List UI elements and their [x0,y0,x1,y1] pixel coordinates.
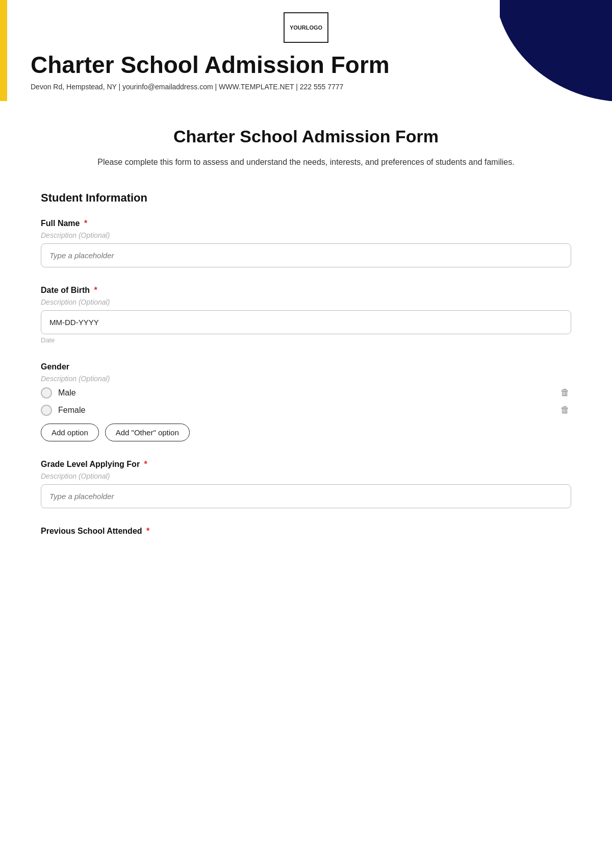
radio-option-female: Female 🗑 [41,404,571,416]
main-content: Charter School Admission Form Please com… [0,101,612,585]
add-other-option-button[interactable]: Add "Other" option [105,424,190,441]
header-corner-decoration [500,0,612,101]
required-marker-prev-school: * [146,527,149,535]
section-title-student-info: Student Information [41,191,571,205]
field-gender: Gender Description (Optional) Male 🗑 Fem… [41,362,571,441]
field-date-of-birth: Date of Birth * Description (Optional) D… [41,286,571,344]
header-corner-shape [500,0,612,101]
label-full-name: Full Name * [41,219,571,228]
add-option-row: Add option Add "Other" option [41,424,571,441]
add-option-button[interactable]: Add option [41,424,99,441]
delete-option-female[interactable]: 🗑 [559,404,571,416]
form-description: Please complete this form to assess and … [41,156,571,169]
input-date-of-birth[interactable] [41,310,571,334]
header-contact: Devon Rd, Hempstead, NY | yourinfo@email… [31,83,581,91]
required-marker-grade: * [144,460,147,468]
input-full-name[interactable] [41,243,571,267]
radio-circle-male[interactable] [41,387,52,399]
label-previous-school: Previous School Attended * [41,527,571,536]
form-main-title: Charter School Admission Form [41,127,571,146]
field-previous-school: Previous School Attended * [41,527,571,536]
description-gender: Description (Optional) [41,375,571,383]
date-sublabel: Date [41,336,571,344]
header-title: Charter School Admission Form [31,51,581,79]
header: YOUR LOGO Charter School Admission Form … [0,0,612,101]
logo: YOUR LOGO [284,12,328,43]
description-full-name: Description (Optional) [41,231,571,239]
field-full-name: Full Name * Description (Optional) [41,219,571,267]
required-marker-dob: * [94,286,97,294]
field-grade-level: Grade Level Applying For * Description (… [41,460,571,508]
header-left-bar [0,0,7,101]
required-marker-full-name: * [84,219,87,228]
input-grade-level[interactable] [41,484,571,508]
radio-option-male: Male 🗑 [41,387,571,399]
description-grade-level: Description (Optional) [41,472,571,480]
label-date-of-birth: Date of Birth * [41,286,571,295]
description-dob: Description (Optional) [41,298,571,306]
radio-circle-female[interactable] [41,405,52,416]
radio-label-female: Female [58,406,85,415]
radio-label-male: Male [58,388,76,398]
label-grade-level: Grade Level Applying For * [41,460,571,469]
label-gender: Gender [41,362,571,371]
delete-option-male[interactable]: 🗑 [559,387,571,399]
